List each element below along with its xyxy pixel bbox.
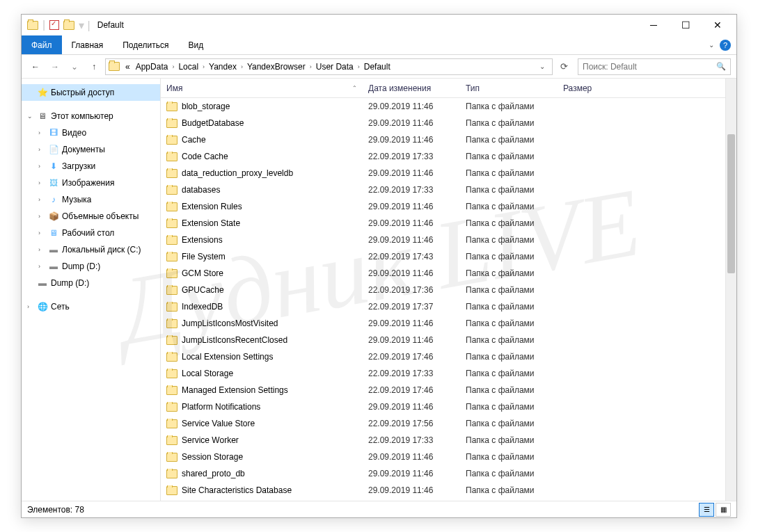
file-type: Папка с файлами: [460, 185, 558, 195]
breadcrumb-item[interactable]: AppData: [133, 62, 171, 72]
file-list[interactable]: blob_storage29.09.2019 11:46Папка с файл…: [161, 98, 725, 501]
sidebar-item[interactable]: ›🖥Рабочий стол: [22, 225, 160, 241]
file-row[interactable]: Extensions29.09.2019 11:46Папка с файлам…: [161, 232, 725, 248]
folder-icon: [166, 453, 177, 462]
help-icon[interactable]: ?: [720, 40, 731, 51]
maximize-button[interactable]: ☐: [670, 15, 702, 35]
window-controls: ─ ☐ ✕: [638, 15, 734, 35]
scrollbar[interactable]: [725, 79, 736, 501]
search-box[interactable]: 🔍: [578, 58, 731, 75]
sidebar-item[interactable]: ›🎞Видео: [22, 124, 160, 141]
file-row[interactable]: GPUCache22.09.2019 17:36Папка с файлами: [161, 282, 725, 298]
sidebar-item[interactable]: ›♪Музыка: [22, 191, 160, 208]
ribbon-tab-file[interactable]: Файл: [22, 35, 62, 54]
nav-back-button[interactable]: ←: [27, 58, 44, 75]
search-icon[interactable]: 🔍: [716, 62, 726, 71]
expand-icon[interactable]: ›: [38, 196, 45, 203]
file-row[interactable]: File System22.09.2019 17:43Папка с файла…: [161, 248, 725, 265]
file-row[interactable]: Session Storage29.09.2019 11:46Папка с ф…: [161, 449, 725, 465]
file-row[interactable]: Local Storage22.09.2019 17:33Папка с фай…: [161, 365, 725, 382]
file-row[interactable]: Platform Notifications29.09.2019 11:46Па…: [161, 398, 725, 415]
column-header-date[interactable]: Дата изменения: [363, 83, 460, 93]
close-button[interactable]: ✕: [702, 15, 734, 35]
expand-icon[interactable]: ›: [38, 246, 45, 253]
file-row[interactable]: Code Cache22.09.2019 17:33Папка с файлам…: [161, 148, 725, 165]
file-row[interactable]: IndexedDB22.09.2019 17:37Папка с файлами: [161, 298, 725, 315]
file-row[interactable]: blob_storage29.09.2019 11:46Папка с файл…: [161, 98, 725, 115]
expand-icon[interactable]: ›: [38, 229, 45, 236]
expand-icon[interactable]: ›: [27, 303, 34, 310]
sidebar-item[interactable]: ›⬇Загрузки: [22, 158, 160, 175]
breadcrumb-item[interactable]: Yandex: [206, 62, 239, 72]
search-input[interactable]: [583, 62, 712, 72]
file-row[interactable]: Site Characteristics Database29.09.2019 …: [161, 482, 725, 499]
sidebar-item[interactable]: ›▬Dump (D:): [22, 258, 160, 275]
expand-icon[interactable]: ›: [38, 179, 45, 186]
folder-icon: [166, 102, 177, 111]
sidebar-item[interactable]: ›📄Документы: [22, 141, 160, 158]
column-header-type[interactable]: Тип: [460, 83, 558, 93]
ribbon-tab-share[interactable]: Поделиться: [113, 35, 178, 54]
folder-icon: [166, 286, 177, 295]
folder-icon: [166, 369, 177, 378]
sidebar-label: Этот компьютер: [51, 111, 113, 121]
expand-icon[interactable]: ⌄: [27, 113, 34, 120]
file-row[interactable]: JumpListIconsMostVisited29.09.2019 11:46…: [161, 315, 725, 332]
file-row[interactable]: databases22.09.2019 17:33Папка с файлами: [161, 182, 725, 198]
file-row[interactable]: BudgetDatabase29.09.2019 11:46Папка с фа…: [161, 115, 725, 131]
refresh-button[interactable]: ⟳: [555, 58, 572, 75]
expand-icon[interactable]: ›: [38, 263, 45, 270]
ribbon-tabs: Файл Главная Поделиться Вид ⌄ ?: [22, 35, 736, 55]
nav-forward-button[interactable]: →: [47, 58, 63, 75]
file-row[interactable]: Managed Extension Settings22.09.2019 17:…: [161, 382, 725, 398]
file-name: Managed Extension Settings: [182, 385, 288, 395]
nav-up-button[interactable]: ↑: [86, 58, 102, 75]
view-large-button[interactable]: ▦: [716, 503, 731, 517]
chevron-right-icon: ›: [356, 63, 361, 70]
sidebar-item[interactable]: ›🖼Изображения: [22, 175, 160, 191]
check-icon[interactable]: [49, 20, 59, 30]
file-name: JumpListIconsMostVisited: [182, 319, 278, 328]
file-type: Папка с файлами: [460, 168, 558, 178]
scroll-thumb[interactable]: [727, 134, 735, 273]
ribbon-tab-view[interactable]: Вид: [178, 35, 213, 54]
minimize-button[interactable]: ─: [638, 15, 670, 35]
column-header-name[interactable]: Имя⌃: [161, 83, 363, 93]
expand-icon[interactable]: ›: [38, 146, 45, 153]
expand-ribbon-icon[interactable]: ⌄: [709, 41, 714, 49]
file-row[interactable]: data_reduction_proxy_leveldb29.09.2019 1…: [161, 165, 725, 182]
sidebar-icon: ♪: [48, 194, 59, 205]
breadcrumb[interactable]: « AppData› Local› Yandex› YandexBrowser›…: [105, 58, 553, 75]
ribbon-tab-home[interactable]: Главная: [62, 35, 113, 54]
file-row[interactable]: JumpListIconsRecentClosed29.09.2019 11:4…: [161, 332, 725, 348]
sidebar-icon: 🖥: [48, 227, 59, 239]
sidebar-item[interactable]: ⌄🖥Этот компьютер: [22, 108, 160, 124]
breadcrumb-dropdown[interactable]: ⌄: [535, 63, 549, 70]
file-name: BudgetDatabase: [182, 118, 244, 128]
sidebar-item[interactable]: ▬Dump (D:): [22, 275, 160, 291]
column-header-size[interactable]: Размер: [558, 83, 627, 93]
breadcrumb-item[interactable]: YandexBrowser: [244, 62, 308, 72]
file-row[interactable]: Service Worker22.09.2019 17:33Папка с фа…: [161, 432, 725, 449]
sidebar-item[interactable]: ›🌐Сеть: [22, 298, 160, 315]
sidebar-item[interactable]: ⭐Быстрый доступ: [22, 84, 160, 101]
file-row[interactable]: Service Value Store22.09.2019 17:56Папка…: [161, 415, 725, 432]
sidebar-item[interactable]: ›▬Локальный диск (C:): [22, 241, 160, 258]
file-type: Папка с файлами: [460, 135, 558, 145]
breadcrumb-item[interactable]: Default: [361, 62, 393, 72]
view-details-button[interactable]: ☰: [699, 503, 714, 517]
file-row[interactable]: Cache29.09.2019 11:46Папка с файлами: [161, 131, 725, 148]
sidebar-item[interactable]: ›📦Объемные объекты: [22, 208, 160, 225]
file-row[interactable]: Local Extension Settings22.09.2019 17:46…: [161, 348, 725, 365]
expand-icon[interactable]: ›: [38, 129, 45, 136]
breadcrumb-item[interactable]: User Data: [313, 62, 356, 72]
expand-icon[interactable]: ›: [38, 213, 45, 220]
sort-indicator-icon: ⌃: [352, 85, 357, 91]
file-row[interactable]: Extension Rules29.09.2019 11:46Папка с ф…: [161, 198, 725, 215]
file-row[interactable]: Extension State29.09.2019 11:46Папка с ф…: [161, 215, 725, 232]
file-row[interactable]: shared_proto_db29.09.2019 11:46Папка с ф…: [161, 465, 725, 482]
file-row[interactable]: GCM Store29.09.2019 11:46Папка с файлами: [161, 265, 725, 282]
nav-recent-button[interactable]: ⌄: [66, 58, 83, 75]
breadcrumb-item[interactable]: Local: [175, 62, 201, 72]
expand-icon[interactable]: ›: [38, 163, 45, 170]
